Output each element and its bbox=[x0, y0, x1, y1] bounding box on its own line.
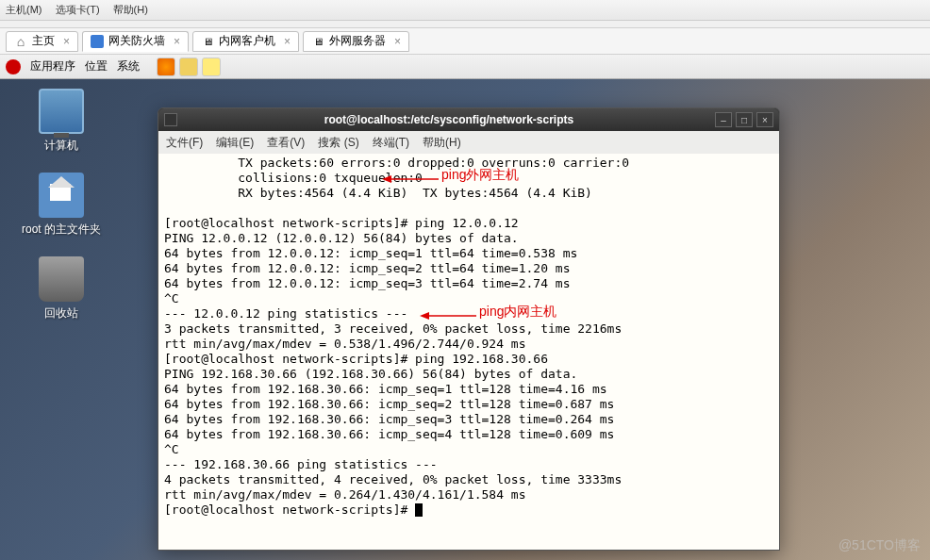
terminal-line: RX bytes:4564 (4.4 KiB) TX bytes:4564 (4… bbox=[164, 186, 773, 201]
menu-file[interactable]: 文件(F) bbox=[166, 135, 203, 151]
terminal-line: 64 bytes from 12.0.0.12: icmp_seq=3 ttl=… bbox=[164, 276, 773, 291]
terminal-line: TX packets:60 errors:0 dropped:0 overrun… bbox=[164, 156, 773, 171]
menu-tabs[interactable]: 选项卡(T) bbox=[56, 3, 100, 17]
terminal-title: root@localhost:/etc/sysconfig/network-sc… bbox=[183, 113, 715, 126]
tab-external-server[interactable]: 外网服务器 × bbox=[303, 31, 409, 52]
terminal-line: 3 packets transmitted, 3 received, 0% pa… bbox=[164, 321, 773, 337]
cursor bbox=[415, 503, 423, 517]
redhat-icon[interactable] bbox=[6, 59, 21, 74]
maximize-button[interactable]: □ bbox=[736, 112, 753, 127]
terminal-content[interactable]: TX packets:60 errors:0 dropped:0 overrun… bbox=[158, 154, 779, 550]
gnome-panel: 应用程序 位置 系统 bbox=[0, 55, 930, 79]
terminal-line: 64 bytes from 192.168.30.66: icmp_seq=4 … bbox=[164, 427, 773, 442]
terminal-icon bbox=[164, 113, 177, 126]
terminal-line: 64 bytes from 192.168.30.66: icmp_seq=2 … bbox=[164, 397, 773, 412]
close-button[interactable]: × bbox=[756, 112, 773, 127]
menu-help[interactable]: 帮助(H) bbox=[113, 3, 148, 17]
terminal-line: --- 12.0.0.12 ping statistics --- bbox=[164, 306, 773, 321]
desktop-icon-computer[interactable]: 计算机 bbox=[19, 89, 104, 154]
terminal-line: rtt min/avg/max/mdev = 0.264/1.430/4.161… bbox=[164, 487, 773, 502]
terminal-line: 64 bytes from 192.168.30.66: icmp_seq=3 … bbox=[164, 412, 773, 427]
terminal-line: rtt min/avg/max/mdev = 0.538/1.496/2.744… bbox=[164, 337, 773, 352]
terminal-line: --- 192.168.30.66 ping statistics --- bbox=[164, 457, 773, 472]
tab-label: 内网客户机 bbox=[219, 33, 275, 49]
monitor-icon bbox=[311, 35, 324, 48]
menu-host[interactable]: 主机(M) bbox=[6, 3, 42, 17]
menu-help[interactable]: 帮助(H) bbox=[423, 135, 461, 151]
terminal-window: root@localhost:/etc/sysconfig/network-sc… bbox=[158, 107, 780, 551]
terminal-titlebar[interactable]: root@localhost:/etc/sysconfig/network-sc… bbox=[158, 108, 779, 131]
note-icon[interactable] bbox=[202, 58, 221, 76]
tab-label: 网关防火墙 bbox=[108, 33, 165, 49]
panel-places[interactable]: 位置 bbox=[85, 58, 108, 74]
mail-icon[interactable] bbox=[179, 58, 198, 76]
terminal-line: 4 packets transmitted, 4 received, 0% pa… bbox=[164, 472, 773, 487]
vm-tabs-row: 主页 × 网关防火墙 × 内网客户机 × 外网服务器 × bbox=[0, 28, 930, 55]
desktop-icon-trash[interactable]: 回收站 bbox=[19, 256, 104, 321]
terminal-line bbox=[164, 201, 773, 216]
terminal-line: collisions:0 txqueuelen:0 bbox=[164, 171, 773, 186]
desktop-icon-home[interactable]: root 的主文件夹 bbox=[19, 173, 104, 238]
menu-view[interactable]: 查看(V) bbox=[267, 135, 305, 151]
panel-system[interactable]: 系统 bbox=[117, 58, 140, 74]
terminal-line: ^C bbox=[164, 291, 773, 306]
home-icon bbox=[14, 35, 27, 48]
menu-search[interactable]: 搜索 (S) bbox=[318, 135, 358, 151]
desktop-icon-label: root 的主文件夹 bbox=[22, 222, 101, 238]
monitor-icon bbox=[201, 35, 214, 48]
tab-home[interactable]: 主页 × bbox=[6, 31, 78, 52]
terminal-line: PING 12.0.0.12 (12.0.0.12) 56(84) bytes … bbox=[164, 231, 773, 246]
terminal-line: 64 bytes from 192.168.30.66: icmp_seq=1 … bbox=[164, 382, 773, 397]
desktop-icon-label: 回收站 bbox=[44, 305, 78, 321]
tab-label: 外网服务器 bbox=[329, 33, 386, 49]
menu-terminal[interactable]: 终端(T) bbox=[373, 135, 409, 151]
menu-edit[interactable]: 编辑(E) bbox=[216, 135, 254, 151]
tab-internal-client[interactable]: 内网客户机 × bbox=[192, 31, 299, 52]
tab-close-icon[interactable]: × bbox=[63, 35, 70, 48]
tab-gateway-firewall[interactable]: 网关防火墙 × bbox=[82, 31, 189, 52]
watermark: @51CTO博客 bbox=[839, 537, 921, 554]
desktop: 计算机 root 的主文件夹 回收站 root@localhost:/etc/s… bbox=[0, 79, 930, 560]
terminal-line: 64 bytes from 12.0.0.12: icmp_seq=1 ttl=… bbox=[164, 246, 773, 261]
shield-icon bbox=[91, 35, 104, 48]
desktop-icon-label: 计算机 bbox=[44, 138, 78, 154]
panel-applications[interactable]: 应用程序 bbox=[30, 58, 75, 74]
tab-close-icon[interactable]: × bbox=[284, 35, 291, 48]
terminal-line: 64 bytes from 12.0.0.12: icmp_seq=2 ttl=… bbox=[164, 261, 773, 276]
terminal-line: [root@localhost network-scripts]# ping 1… bbox=[164, 216, 773, 231]
minimize-button[interactable]: – bbox=[715, 112, 732, 127]
home-folder-icon bbox=[39, 173, 84, 218]
tab-close-icon[interactable]: × bbox=[394, 35, 401, 48]
terminal-line: [root@localhost network-scripts]# bbox=[164, 502, 773, 518]
vmware-menu-bar: 主机(M) 选项卡(T) 帮助(H) bbox=[0, 0, 930, 21]
terminal-line: ^C bbox=[164, 442, 773, 457]
terminal-line: PING 192.168.30.66 (192.168.30.66) 56(84… bbox=[164, 367, 773, 382]
terminal-line: [root@localhost network-scripts]# ping 1… bbox=[164, 352, 773, 367]
tab-label: 主页 bbox=[32, 33, 55, 49]
tab-close-icon[interactable]: × bbox=[174, 35, 180, 48]
firefox-icon[interactable] bbox=[157, 58, 175, 76]
computer-icon bbox=[39, 89, 84, 134]
vmware-toolbar bbox=[0, 21, 930, 28]
terminal-menubar: 文件(F) 编辑(E) 查看(V) 搜索 (S) 终端(T) 帮助(H) bbox=[158, 131, 779, 154]
trash-icon bbox=[39, 256, 84, 302]
